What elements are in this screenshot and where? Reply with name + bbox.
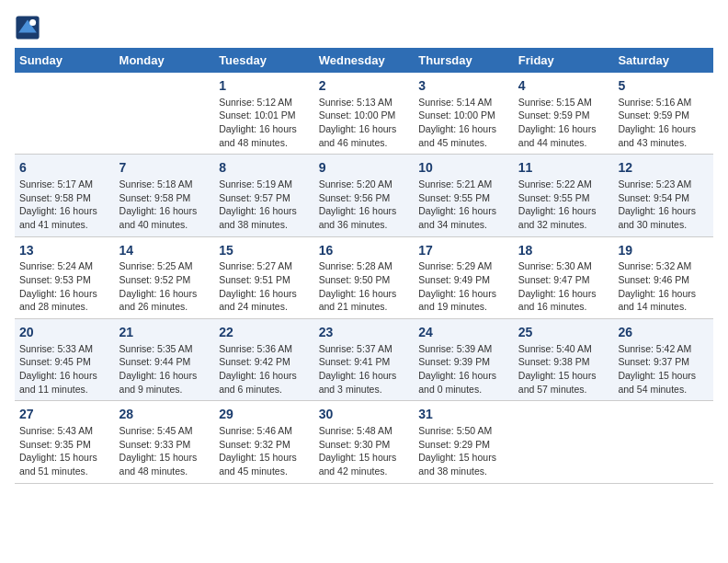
- day-info: Sunrise: 5:28 AM Sunset: 9:50 PM Dayligh…: [319, 259, 410, 314]
- day-number: 24: [418, 324, 509, 342]
- calendar-cell: 13Sunrise: 5:24 AM Sunset: 9:53 PM Dayli…: [15, 236, 115, 318]
- calendar-table: SundayMondayTuesdayWednesdayThursdayFrid…: [15, 48, 713, 484]
- calendar-cell: 7Sunrise: 5:18 AM Sunset: 9:58 PM Daylig…: [115, 155, 215, 236]
- calendar-cell: 14Sunrise: 5:25 AM Sunset: 9:52 PM Dayli…: [115, 236, 215, 318]
- header-day-thursday: Thursday: [414, 48, 514, 73]
- calendar-cell: 21Sunrise: 5:35 AM Sunset: 9:44 PM Dayli…: [115, 319, 215, 401]
- day-info: Sunrise: 5:15 AM Sunset: 9:59 PM Dayligh…: [518, 96, 609, 150]
- calendar-cell: [514, 401, 614, 483]
- day-info: Sunrise: 5:22 AM Sunset: 9:55 PM Dayligh…: [518, 178, 609, 232]
- day-info: Sunrise: 5:43 AM Sunset: 9:35 PM Dayligh…: [19, 424, 110, 478]
- day-number: 23: [319, 324, 410, 342]
- calendar-cell: 1Sunrise: 5:12 AM Sunset: 10:01 PM Dayli…: [214, 73, 314, 155]
- day-info: Sunrise: 5:39 AM Sunset: 9:39 PM Dayligh…: [418, 342, 509, 396]
- day-number: 20: [19, 324, 110, 342]
- calendar-cell: [115, 73, 215, 155]
- day-number: 13: [19, 242, 110, 260]
- day-number: 6: [19, 159, 110, 178]
- calendar-cell: 27Sunrise: 5:43 AM Sunset: 9:35 PM Dayli…: [15, 401, 115, 483]
- calendar-cell: 18Sunrise: 5:30 AM Sunset: 9:47 PM Dayli…: [514, 236, 614, 318]
- day-number: 5: [618, 77, 709, 96]
- calendar-cell: 20Sunrise: 5:33 AM Sunset: 9:45 PM Dayli…: [15, 319, 115, 401]
- day-number: 9: [319, 159, 410, 178]
- calendar-cell: 23Sunrise: 5:37 AM Sunset: 9:41 PM Dayli…: [314, 319, 415, 401]
- day-info: Sunrise: 5:25 AM Sunset: 9:52 PM Dayligh…: [119, 259, 210, 314]
- calendar-body: 1Sunrise: 5:12 AM Sunset: 10:01 PM Dayli…: [15, 73, 713, 483]
- day-info: Sunrise: 5:13 AM Sunset: 10:00 PM Daylig…: [319, 96, 410, 150]
- day-number: 3: [418, 77, 509, 96]
- day-number: 1: [219, 77, 310, 96]
- header-day-wednesday: Wednesday: [314, 48, 415, 73]
- day-info: Sunrise: 5:32 AM Sunset: 9:46 PM Dayligh…: [618, 259, 709, 314]
- day-number: 28: [119, 406, 210, 424]
- logo-icon: [15, 15, 40, 40]
- day-info: Sunrise: 5:29 AM Sunset: 9:49 PM Dayligh…: [418, 259, 509, 314]
- day-info: Sunrise: 5:18 AM Sunset: 9:58 PM Dayligh…: [119, 178, 210, 232]
- day-number: 17: [418, 242, 509, 260]
- calendar-cell: 29Sunrise: 5:46 AM Sunset: 9:32 PM Dayli…: [214, 401, 314, 483]
- calendar-cell: 19Sunrise: 5:32 AM Sunset: 9:46 PM Dayli…: [613, 236, 713, 318]
- day-info: Sunrise: 5:37 AM Sunset: 9:41 PM Dayligh…: [319, 342, 410, 396]
- week-row-5: 27Sunrise: 5:43 AM Sunset: 9:35 PM Dayli…: [15, 401, 713, 483]
- svg-point-2: [29, 19, 36, 26]
- week-row-4: 20Sunrise: 5:33 AM Sunset: 9:45 PM Dayli…: [15, 319, 713, 401]
- day-number: 14: [119, 242, 210, 260]
- day-info: Sunrise: 5:23 AM Sunset: 9:54 PM Dayligh…: [618, 178, 709, 232]
- calendar-cell: 15Sunrise: 5:27 AM Sunset: 9:51 PM Dayli…: [214, 236, 314, 318]
- calendar-cell: 31Sunrise: 5:50 AM Sunset: 9:29 PM Dayli…: [414, 401, 514, 483]
- calendar-cell: 2Sunrise: 5:13 AM Sunset: 10:00 PM Dayli…: [314, 73, 415, 155]
- day-info: Sunrise: 5:40 AM Sunset: 9:38 PM Dayligh…: [518, 342, 609, 396]
- day-number: 31: [418, 406, 509, 424]
- calendar-cell: 26Sunrise: 5:42 AM Sunset: 9:37 PM Dayli…: [613, 319, 713, 401]
- day-info: Sunrise: 5:36 AM Sunset: 9:42 PM Dayligh…: [219, 342, 310, 396]
- calendar-cell: 6Sunrise: 5:17 AM Sunset: 9:58 PM Daylig…: [15, 155, 115, 236]
- day-number: 25: [518, 324, 609, 342]
- calendar-cell: 24Sunrise: 5:39 AM Sunset: 9:39 PM Dayli…: [414, 319, 514, 401]
- day-info: Sunrise: 5:21 AM Sunset: 9:55 PM Dayligh…: [418, 178, 509, 232]
- day-info: Sunrise: 5:12 AM Sunset: 10:01 PM Daylig…: [219, 96, 310, 150]
- calendar-cell: 8Sunrise: 5:19 AM Sunset: 9:57 PM Daylig…: [214, 155, 314, 236]
- day-info: Sunrise: 5:33 AM Sunset: 9:45 PM Dayligh…: [19, 342, 110, 396]
- calendar-cell: 17Sunrise: 5:29 AM Sunset: 9:49 PM Dayli…: [414, 236, 514, 318]
- calendar-header: SundayMondayTuesdayWednesdayThursdayFrid…: [15, 48, 713, 73]
- page-header: [15, 15, 713, 40]
- day-info: Sunrise: 5:20 AM Sunset: 9:56 PM Dayligh…: [319, 178, 410, 232]
- day-number: 2: [319, 77, 410, 96]
- header-day-sunday: Sunday: [15, 48, 115, 73]
- day-info: Sunrise: 5:50 AM Sunset: 9:29 PM Dayligh…: [418, 424, 509, 478]
- calendar-cell: 11Sunrise: 5:22 AM Sunset: 9:55 PM Dayli…: [514, 155, 614, 236]
- day-info: Sunrise: 5:48 AM Sunset: 9:30 PM Dayligh…: [319, 424, 410, 478]
- header-row: SundayMondayTuesdayWednesdayThursdayFrid…: [15, 48, 713, 73]
- day-number: 15: [219, 242, 310, 260]
- day-info: Sunrise: 5:16 AM Sunset: 9:59 PM Dayligh…: [618, 96, 709, 150]
- calendar-cell: 10Sunrise: 5:21 AM Sunset: 9:55 PM Dayli…: [414, 155, 514, 236]
- day-info: Sunrise: 5:19 AM Sunset: 9:57 PM Dayligh…: [219, 178, 310, 232]
- day-info: Sunrise: 5:30 AM Sunset: 9:47 PM Dayligh…: [518, 259, 609, 314]
- day-number: 29: [219, 406, 310, 424]
- calendar-cell: 16Sunrise: 5:28 AM Sunset: 9:50 PM Dayli…: [314, 236, 415, 318]
- day-number: 27: [19, 406, 110, 424]
- header-day-friday: Friday: [514, 48, 614, 73]
- calendar-cell: 12Sunrise: 5:23 AM Sunset: 9:54 PM Dayli…: [613, 155, 713, 236]
- day-number: 12: [618, 159, 709, 178]
- day-info: Sunrise: 5:35 AM Sunset: 9:44 PM Dayligh…: [119, 342, 210, 396]
- calendar-cell: 25Sunrise: 5:40 AM Sunset: 9:38 PM Dayli…: [514, 319, 614, 401]
- day-number: 8: [219, 159, 310, 178]
- header-day-saturday: Saturday: [613, 48, 713, 73]
- day-number: 16: [319, 242, 410, 260]
- day-number: 18: [518, 242, 609, 260]
- calendar-cell: 3Sunrise: 5:14 AM Sunset: 10:00 PM Dayli…: [414, 73, 514, 155]
- week-row-2: 6Sunrise: 5:17 AM Sunset: 9:58 PM Daylig…: [15, 155, 713, 236]
- day-number: 7: [119, 159, 210, 178]
- week-row-1: 1Sunrise: 5:12 AM Sunset: 10:01 PM Dayli…: [15, 73, 713, 155]
- calendar-cell: 22Sunrise: 5:36 AM Sunset: 9:42 PM Dayli…: [214, 319, 314, 401]
- day-number: 19: [618, 242, 709, 260]
- header-day-monday: Monday: [115, 48, 215, 73]
- day-info: Sunrise: 5:24 AM Sunset: 9:53 PM Dayligh…: [19, 259, 110, 314]
- calendar-cell: [15, 73, 115, 155]
- day-number: 26: [618, 324, 709, 342]
- calendar-cell: 28Sunrise: 5:45 AM Sunset: 9:33 PM Dayli…: [115, 401, 215, 483]
- day-number: 11: [518, 159, 609, 178]
- calendar-cell: [613, 401, 713, 483]
- day-info: Sunrise: 5:46 AM Sunset: 9:32 PM Dayligh…: [219, 424, 310, 478]
